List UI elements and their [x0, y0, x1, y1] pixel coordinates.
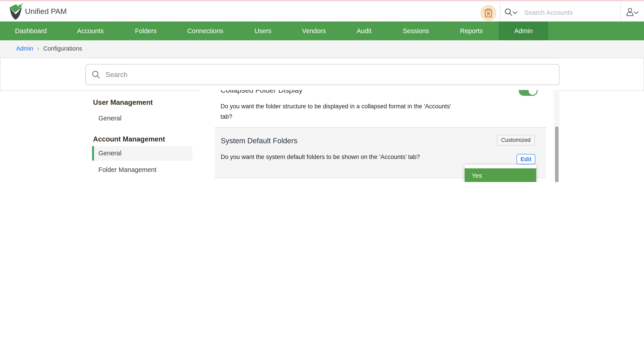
user-menu-chevron-down-icon[interactable]: [634, 11, 639, 14]
nav-tab-sessions[interactable]: Sessions: [403, 22, 429, 40]
dropdown-option-yes[interactable]: Yes: [465, 168, 536, 182]
nav-tab-folders[interactable]: Folders: [135, 22, 157, 40]
setting-title-system-default-folders: System Default Folders: [221, 136, 298, 145]
breadcrumb-separator-icon: ›: [37, 45, 39, 52]
configurations-search-box[interactable]: [86, 64, 560, 85]
collapsed-folder-display-toggle[interactable]: [519, 90, 538, 96]
customized-status-badge: Customized: [497, 135, 535, 145]
nav-tab-reports[interactable]: Reports: [460, 22, 483, 40]
sidebar-item-password-management[interactable]: Password Management: [92, 179, 192, 182]
settings-content: Collapsed Folder Display Do you want the…: [200, 90, 554, 182]
header-divider: [620, 2, 621, 22]
user-account-icon[interactable]: [626, 8, 634, 16]
app-header: Unified PAM: [0, 1, 644, 22]
toggle-knob: [528, 90, 537, 95]
breadcrumb: Admin›Configurations: [16, 40, 82, 58]
system-default-folders-edit-button[interactable]: Edit: [516, 154, 535, 164]
nav-tab-connections[interactable]: Connections: [187, 22, 223, 40]
sidebar-item-um-general[interactable]: General: [92, 111, 192, 126]
clipboard-task-button[interactable]: [480, 5, 496, 21]
nav-tab-admin[interactable]: Admin: [499, 22, 548, 40]
breadcrumb-bar: Admin›Configurations: [0, 40, 644, 58]
setting-description: Do you want the system default folders t…: [221, 152, 489, 162]
unified-pam-app: Unified PAM Dashboard Account: [0, 0, 644, 182]
nav-tab-audit[interactable]: Audit: [357, 22, 372, 40]
nav-tab-accounts[interactable]: Accounts: [77, 22, 104, 40]
nav-tab-vendors[interactable]: Vendors: [302, 22, 326, 40]
nav-tab-users[interactable]: Users: [254, 22, 272, 40]
breadcrumb-admin-link[interactable]: Admin: [16, 45, 33, 52]
search-scope-chevron-down-icon[interactable]: [512, 11, 518, 14]
sidebar-heading-account-management: Account Management: [93, 135, 196, 143]
search-icon: [92, 70, 100, 79]
brand-shield-icon: [8, 3, 23, 20]
settings-sidebar: User Management General Account Manageme…: [92, 90, 197, 182]
configurations-search-panel: [0, 58, 644, 91]
setting-title-collapsed-folder-display: Collapsed Folder Display: [220, 90, 302, 95]
sidebar-heading-user-management: User Management: [93, 98, 196, 107]
sidebar-item-folder-management[interactable]: Folder Management: [92, 162, 192, 177]
nav-tab-dashboard[interactable]: Dashboard: [15, 22, 47, 40]
configurations-search-input[interactable]: [105, 68, 549, 81]
edit-options-dropdown: Yes Customize: [465, 165, 536, 182]
global-search-input[interactable]: [523, 7, 614, 18]
search-icon[interactable]: [504, 8, 512, 16]
scrollbar-thumb[interactable]: [555, 126, 558, 182]
clipboard-x-icon: [485, 8, 492, 17]
setting-description: Do you want the folder structure to be d…: [220, 102, 471, 122]
sidebar-item-am-general[interactable]: General: [92, 146, 192, 161]
main-navigation: Dashboard Accounts Folders Connections U…: [0, 22, 644, 40]
breadcrumb-current: Configurations: [43, 45, 82, 52]
app-title: Unified PAM: [25, 7, 67, 16]
header-divider: [500, 2, 500, 22]
